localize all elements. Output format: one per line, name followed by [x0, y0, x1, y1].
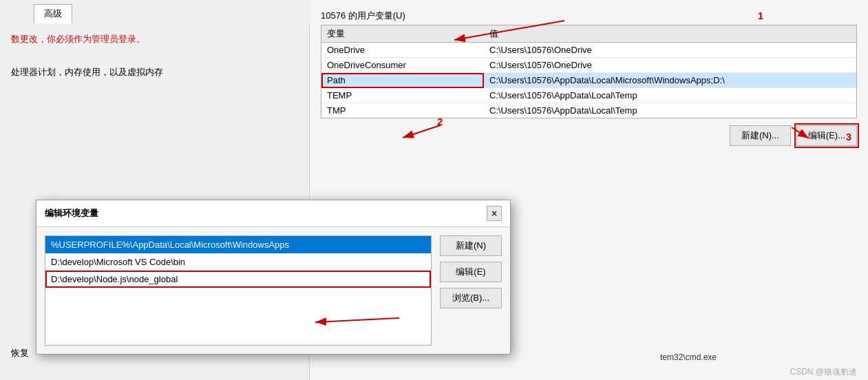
table-row[interactable]: OneDriveConsumerC:\Users\10576\OneDrive — [321, 58, 856, 73]
edit-env-dialog: 编辑环境变量 × %USERPROFILE%\AppData\Local\Mic… — [36, 200, 511, 355]
table-row[interactable]: PathC:\Users\10576\AppData\Local\Microso… — [321, 73, 856, 88]
dialog-titlebar: 编辑环境变量 × — [36, 200, 510, 227]
var-name-cell: TEMP — [321, 88, 484, 103]
col-var: 变量 — [321, 25, 484, 43]
dialog-title: 编辑环境变量 — [45, 207, 98, 220]
user-vars-title: 10576 的用户变量(U) — [321, 10, 857, 22]
csdn-badge: CSDN @狼魂豹速 — [790, 366, 857, 378]
col-val: 值 — [484, 25, 856, 43]
csdn-label: CSDN @狼魂豹速 — [790, 367, 857, 377]
var-name-cell: Path — [321, 73, 484, 88]
dialog-action-btn[interactable]: 编辑(E) — [440, 262, 502, 282]
dialog-path-list[interactable]: %USERPROFILE%\AppData\Local\Microsoft\Wi… — [45, 235, 432, 346]
var-value-cell: C:\Users\10576\AppData\Local\Temp — [484, 88, 856, 103]
user-vars-table-container: 变量 值 OneDriveC:\Users\10576\OneDriveOneD… — [321, 25, 857, 118]
var-name-cell: TMP — [321, 103, 484, 118]
var-value-cell: C:\Users\10576\AppData\Local\Temp — [484, 103, 856, 118]
table-row[interactable]: TEMPC:\Users\10576\AppData\Local\Temp — [321, 88, 856, 103]
var-name-cell: OneDrive — [321, 43, 484, 58]
section-text: 处理器计划，内存使用，以及虚拟内存 — [11, 66, 298, 78]
annotation-num-2: 2 — [437, 116, 443, 127]
dialog-list-item[interactable]: D:\develop\Microsoft VS Code\bin — [45, 253, 431, 271]
var-value-cell: C:\Users\10576\AppData\Local\Microsoft\W… — [484, 73, 856, 88]
dialog-list-item[interactable]: D:\develop\Node.js\node_global — [45, 271, 431, 288]
warning-text: 数更改，你必须作为管理员登录。 — [11, 33, 298, 45]
tab-advanced[interactable]: 高级 — [34, 4, 72, 23]
env-bottom-buttons: 新建(N)... 编辑(E)... — [321, 125, 857, 146]
restore-button-area: 恢复 — [11, 347, 29, 359]
dialog-body: %USERPROFILE%\AppData\Local\Microsoft\Wi… — [36, 227, 510, 354]
dialog-action-btn[interactable]: 浏览(B)... — [440, 288, 502, 308]
dialog-close-button[interactable]: × — [487, 206, 502, 221]
annotation-num-1: 1 — [758, 10, 763, 21]
var-value-cell: C:\Users\10576\OneDrive — [484, 43, 856, 58]
user-vars-table: 变量 值 OneDriveC:\Users\10576\OneDriveOneD… — [321, 25, 856, 118]
table-row[interactable]: OneDriveC:\Users\10576\OneDrive — [321, 43, 856, 58]
dialog-action-btn[interactable]: 新建(N) — [440, 235, 502, 256]
var-name-cell: OneDriveConsumer — [321, 58, 484, 73]
dialog-list-item[interactable]: %USERPROFILE%\AppData\Local\Microsoft\Wi… — [45, 236, 431, 253]
table-row[interactable]: TMPC:\Users\10576\AppData\Local\Temp — [321, 103, 856, 118]
annotation-3: 3 — [846, 131, 851, 142]
dialog-action-buttons: 新建(N)编辑(E)浏览(B)... — [440, 235, 502, 346]
new-button[interactable]: 新建(N)... — [730, 125, 791, 146]
var-value-cell: C:\Users\10576\OneDrive — [484, 58, 856, 73]
cmd-text: tem32\cmd.exe — [660, 352, 717, 362]
